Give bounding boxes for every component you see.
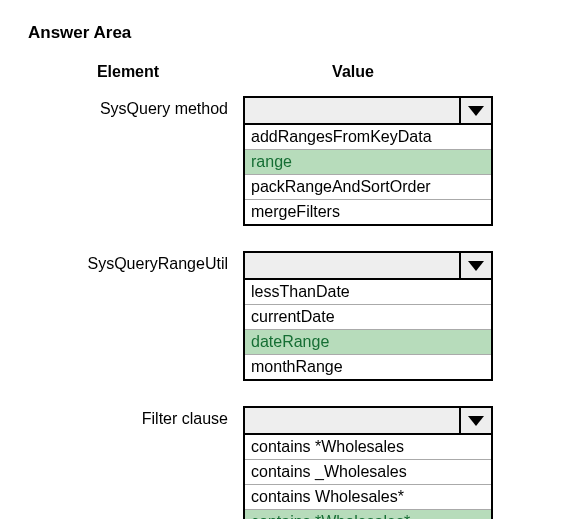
row-sysquery-method: SysQuery method addRangesFromKeyData ran…	[28, 96, 575, 226]
dropdown-option[interactable]: contains Wholesales*	[245, 485, 491, 510]
chevron-down-icon	[468, 261, 484, 271]
row-label: SysQueryRangeUtil	[28, 251, 243, 273]
dropdown-option[interactable]: addRangesFromKeyData	[245, 125, 491, 150]
chevron-down-icon	[468, 416, 484, 426]
page-title: Answer Area	[28, 23, 575, 43]
dropdown-option[interactable]: monthRange	[245, 355, 491, 379]
dropdown-option[interactable]: lessThanDate	[245, 280, 491, 305]
row-label: SysQuery method	[28, 96, 243, 118]
dropdown-options: lessThanDate currentDate dateRange month…	[243, 280, 493, 381]
dropdown-container: contains *Wholesales contains _Wholesale…	[243, 406, 493, 519]
dropdown-option-selected[interactable]: range	[245, 150, 491, 175]
dropdown-option[interactable]: contains _Wholesales	[245, 460, 491, 485]
dropdown-select[interactable]	[243, 406, 493, 435]
dropdown-value	[245, 98, 461, 123]
header-value: Value	[228, 63, 478, 81]
dropdown-option[interactable]: currentDate	[245, 305, 491, 330]
dropdown-value	[245, 408, 461, 433]
dropdown-option[interactable]: packRangeAndSortOrder	[245, 175, 491, 200]
dropdown-value	[245, 253, 461, 278]
dropdown-option[interactable]: contains *Wholesales	[245, 435, 491, 460]
dropdown-select[interactable]	[243, 251, 493, 280]
dropdown-option-selected[interactable]: contains *Wholesales*	[245, 510, 491, 519]
dropdown-option[interactable]: mergeFilters	[245, 200, 491, 224]
row-sysqueryrangeutil: SysQueryRangeUtil lessThanDate currentDa…	[28, 251, 575, 381]
chevron-down-icon	[468, 106, 484, 116]
dropdown-options: addRangesFromKeyData range packRangeAndS…	[243, 125, 493, 226]
dropdown-container: addRangesFromKeyData range packRangeAndS…	[243, 96, 493, 226]
dropdown-select[interactable]	[243, 96, 493, 125]
dropdown-arrow-button[interactable]	[461, 98, 491, 123]
column-headers: Element Value	[28, 63, 575, 81]
header-element: Element	[28, 63, 228, 81]
row-label: Filter clause	[28, 406, 243, 428]
dropdown-arrow-button[interactable]	[461, 253, 491, 278]
dropdown-options: contains *Wholesales contains _Wholesale…	[243, 435, 493, 519]
row-filter-clause: Filter clause contains *Wholesales conta…	[28, 406, 575, 519]
dropdown-container: lessThanDate currentDate dateRange month…	[243, 251, 493, 381]
dropdown-option-selected[interactable]: dateRange	[245, 330, 491, 355]
dropdown-arrow-button[interactable]	[461, 408, 491, 433]
